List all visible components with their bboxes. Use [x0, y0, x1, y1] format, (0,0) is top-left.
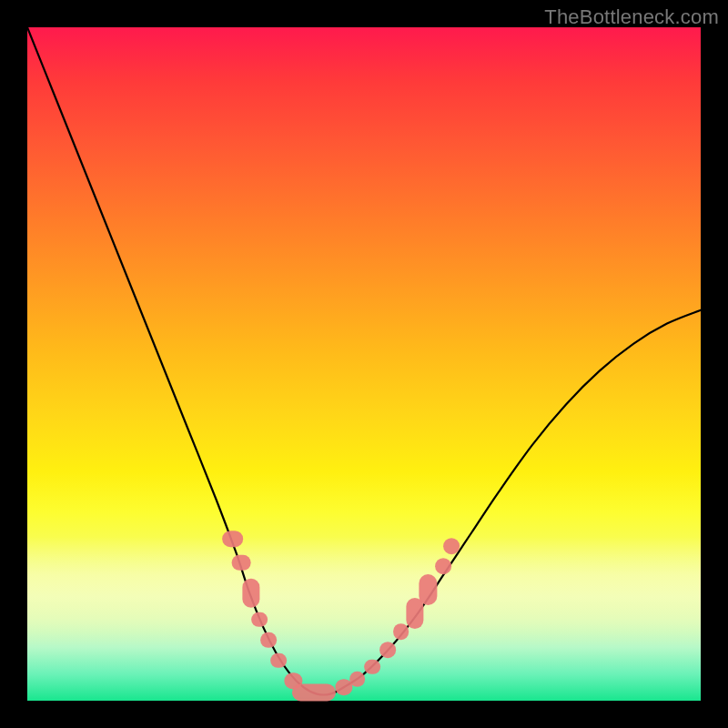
curve-marker: [379, 642, 396, 658]
curve-marker: [232, 555, 251, 570]
curve-marker: [270, 652, 287, 667]
curve-marker: [335, 679, 352, 695]
curve-marker: [285, 672, 302, 689]
bottleneck-curve: [27, 27, 701, 695]
curve-marker: [349, 672, 366, 686]
curve-marker: [393, 623, 410, 640]
curve-marker: [406, 598, 423, 629]
curve-marker: [291, 683, 335, 701]
curve-marker: [364, 660, 380, 674]
chart-curve-svg: [27, 27, 701, 701]
chart-stage: TheBottleneck.com: [0, 0, 728, 728]
curve-marker: [443, 538, 460, 554]
curve-marker: [251, 612, 268, 627]
curve-marker: [222, 531, 244, 548]
curve-marker: [420, 574, 437, 605]
curve-marker: [242, 578, 259, 608]
curve-marker: [260, 632, 277, 647]
chart-plot-area: [27, 27, 701, 701]
watermark-text: TheBottleneck.com: [544, 5, 719, 29]
curve-marker: [435, 558, 451, 574]
